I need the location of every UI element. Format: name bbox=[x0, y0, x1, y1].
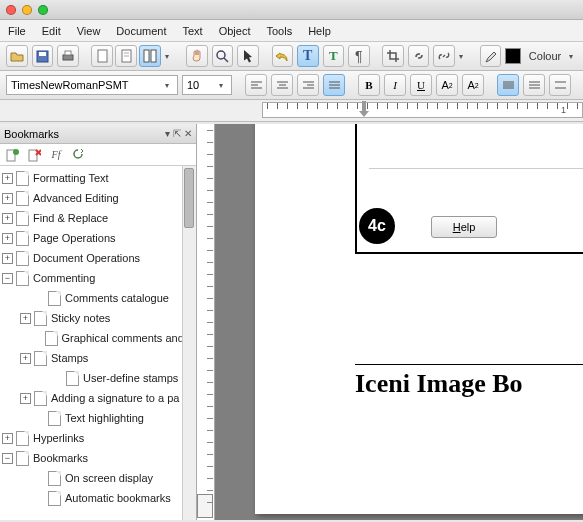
text-select-tool-icon[interactable]: T bbox=[297, 45, 319, 67]
minimize-window-button[interactable] bbox=[22, 5, 32, 15]
expand-icon[interactable]: + bbox=[2, 233, 13, 244]
panel-pin-icon[interactable]: ⇱ bbox=[173, 128, 181, 139]
document-canvas[interactable]: URL: http://www.iceni.com 4c Help O Icen… bbox=[215, 124, 583, 520]
menu-object[interactable]: Object bbox=[219, 25, 251, 37]
save-icon[interactable] bbox=[32, 45, 54, 67]
vertical-ruler[interactable] bbox=[197, 124, 215, 520]
single-page-icon[interactable] bbox=[115, 45, 137, 67]
italic-button[interactable]: I bbox=[384, 74, 406, 96]
main-split: Bookmarks ▾ ⇱ ✕ Ff +Formatting Text+Adva… bbox=[0, 124, 583, 520]
close-window-button[interactable] bbox=[6, 5, 16, 15]
eyedropper-icon[interactable] bbox=[480, 45, 502, 67]
collapse-icon[interactable]: − bbox=[2, 453, 13, 464]
panel-menu-icon[interactable]: ▾ bbox=[165, 128, 170, 139]
para-double-icon[interactable] bbox=[549, 74, 571, 96]
print-icon[interactable] bbox=[57, 45, 79, 67]
bookmark-node[interactable]: Comments catalogue bbox=[0, 288, 196, 308]
collapse-icon[interactable]: − bbox=[2, 273, 13, 284]
bookmark-node[interactable]: −Bookmarks bbox=[0, 448, 196, 468]
bookmark-node[interactable]: +Hyperlinks bbox=[0, 428, 196, 448]
bookmark-node[interactable]: +Formatting Text bbox=[0, 168, 196, 188]
bookmark-node[interactable]: On screen display bbox=[0, 468, 196, 488]
add-bookmark-icon[interactable] bbox=[4, 147, 20, 163]
font-size-combo[interactable]: 10 ▾ bbox=[182, 75, 232, 95]
bookmark-node[interactable]: +Advanced Editing bbox=[0, 188, 196, 208]
expand-icon[interactable]: + bbox=[20, 313, 31, 324]
menu-view[interactable]: View bbox=[77, 25, 101, 37]
pilcrow-icon[interactable]: ¶ bbox=[348, 45, 370, 67]
link-tool-icon[interactable] bbox=[408, 45, 430, 67]
bookmark-node[interactable]: +Sticky notes bbox=[0, 308, 196, 328]
bookmark-label: Page Operations bbox=[33, 232, 116, 244]
expand-icon[interactable]: + bbox=[2, 253, 13, 264]
bookmark-node[interactable]: +Page Operations bbox=[0, 228, 196, 248]
scrollbar-thumb[interactable] bbox=[184, 168, 194, 228]
expand-icon[interactable]: + bbox=[20, 353, 31, 364]
bookmark-label: Sticky notes bbox=[51, 312, 110, 324]
menu-help[interactable]: Help bbox=[308, 25, 331, 37]
new-doc-icon[interactable] bbox=[91, 45, 113, 67]
horizontal-ruler[interactable]: 1 bbox=[262, 102, 583, 118]
bookmark-node[interactable]: Graphical comments and m bbox=[0, 328, 196, 348]
page-icon bbox=[34, 311, 47, 326]
superscript-button[interactable]: A2 bbox=[436, 74, 458, 96]
font-family-value: TimesNewRomanPSMT bbox=[11, 79, 129, 91]
expand-icon[interactable]: + bbox=[2, 173, 13, 184]
page-icon bbox=[16, 431, 29, 446]
colour-swatch[interactable] bbox=[505, 48, 521, 64]
bookmark-font-icon[interactable]: Ff bbox=[48, 147, 64, 163]
bookmark-node[interactable]: +Find & Replace bbox=[0, 208, 196, 228]
zoom-tool-icon[interactable] bbox=[212, 45, 234, 67]
colour-dropdown[interactable]: ▾ bbox=[569, 52, 577, 61]
underline-button[interactable]: U bbox=[410, 74, 432, 96]
bookmark-label: On screen display bbox=[65, 472, 153, 484]
subscript-button[interactable]: A2 bbox=[462, 74, 484, 96]
delete-bookmark-icon[interactable] bbox=[26, 147, 42, 163]
separator-line bbox=[369, 168, 583, 169]
expand-icon[interactable]: + bbox=[2, 213, 13, 224]
align-left-icon[interactable] bbox=[245, 74, 267, 96]
hand-tool-icon[interactable] bbox=[186, 45, 208, 67]
bookmark-node[interactable]: Automatic bookmarks bbox=[0, 488, 196, 508]
page-icon bbox=[48, 471, 61, 486]
crop-tool-icon[interactable] bbox=[382, 45, 404, 67]
panel-close-icon[interactable]: ✕ bbox=[184, 128, 192, 139]
menu-tools[interactable]: Tools bbox=[266, 25, 292, 37]
bookmark-node[interactable]: +Stamps bbox=[0, 348, 196, 368]
page-icon bbox=[34, 351, 47, 366]
bookmark-refresh-icon[interactable] bbox=[70, 147, 86, 163]
expand-icon[interactable]: + bbox=[20, 393, 31, 404]
bookmark-node[interactable]: User-define stamps bbox=[0, 368, 196, 388]
align-justify-icon[interactable] bbox=[323, 74, 345, 96]
menu-edit[interactable]: Edit bbox=[42, 25, 61, 37]
bookmarks-scrollbar[interactable] bbox=[182, 166, 196, 520]
undo-icon[interactable] bbox=[272, 45, 294, 67]
continuous-page-icon[interactable] bbox=[139, 45, 161, 67]
align-center-icon[interactable] bbox=[271, 74, 293, 96]
svg-rect-9 bbox=[151, 50, 156, 62]
zoom-control[interactable] bbox=[197, 494, 213, 518]
bookmark-node[interactable]: +Document Operations bbox=[0, 248, 196, 268]
menu-file[interactable]: File bbox=[8, 25, 26, 37]
expand-icon[interactable]: + bbox=[2, 433, 13, 444]
tools-dropdown[interactable]: ▾ bbox=[459, 52, 467, 61]
para-loose-icon[interactable] bbox=[523, 74, 545, 96]
para-single-icon[interactable] bbox=[497, 74, 519, 96]
page-mode-dropdown[interactable]: ▾ bbox=[165, 52, 173, 61]
font-family-combo[interactable]: TimesNewRomanPSMT ▾ bbox=[6, 75, 178, 95]
bookmark-node[interactable]: Text highlighting bbox=[0, 408, 196, 428]
expand-icon[interactable]: + bbox=[2, 193, 13, 204]
bold-button[interactable]: B bbox=[358, 74, 380, 96]
zoom-window-button[interactable] bbox=[38, 5, 48, 15]
menu-text[interactable]: Text bbox=[183, 25, 203, 37]
open-icon[interactable] bbox=[6, 45, 28, 67]
bookmark-node[interactable]: −Commenting bbox=[0, 268, 196, 288]
align-right-icon[interactable] bbox=[297, 74, 319, 96]
help-button[interactable]: Help bbox=[431, 216, 497, 238]
pointer-tool-icon[interactable] bbox=[237, 45, 259, 67]
chain-tool-icon[interactable] bbox=[433, 45, 455, 67]
bookmarks-header: Bookmarks ▾ ⇱ ✕ bbox=[0, 124, 196, 144]
menu-document[interactable]: Document bbox=[116, 25, 166, 37]
bookmark-node[interactable]: +Adding a signature to a pa bbox=[0, 388, 196, 408]
text-tool-icon[interactable]: T bbox=[323, 45, 345, 67]
